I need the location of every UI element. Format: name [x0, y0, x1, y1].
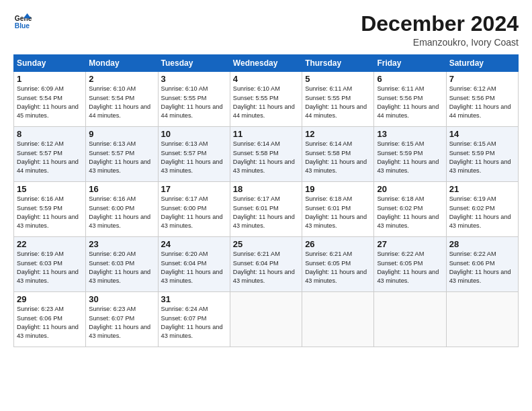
table-row	[446, 292, 518, 347]
day-number: 5	[305, 74, 371, 84]
table-row: 11Sunrise: 6:14 AM Sunset: 5:58 PM Dayli…	[230, 127, 302, 182]
table-row: 27Sunrise: 6:22 AM Sunset: 6:05 PM Dayli…	[374, 237, 446, 292]
logo-icon: General Blue	[13, 12, 32, 31]
day-number: 14	[449, 129, 515, 139]
header-monday: Monday	[86, 55, 158, 72]
table-row: 13Sunrise: 6:15 AM Sunset: 5:59 PM Dayli…	[374, 127, 446, 182]
table-row: 19Sunrise: 6:18 AM Sunset: 6:01 PM Dayli…	[302, 182, 374, 237]
page-header: General Blue December 2024 Emanzoukro, I…	[13, 12, 519, 48]
table-row: 12Sunrise: 6:14 AM Sunset: 5:58 PM Dayli…	[302, 127, 374, 182]
header-row: Sunday Monday Tuesday Wednesday Thursday…	[14, 55, 519, 72]
table-row: 9Sunrise: 6:13 AM Sunset: 5:57 PM Daylig…	[86, 127, 158, 182]
svg-text:General: General	[15, 15, 32, 22]
table-row: 17Sunrise: 6:17 AM Sunset: 6:00 PM Dayli…	[158, 182, 230, 237]
day-number: 16	[89, 184, 154, 194]
week-row-1: 8Sunrise: 6:12 AM Sunset: 5:57 PM Daylig…	[14, 127, 519, 182]
table-row: 26Sunrise: 6:21 AM Sunset: 6:05 PM Dayli…	[302, 237, 374, 292]
main-title: December 2024	[361, 12, 519, 36]
logo: General Blue	[13, 12, 32, 31]
day-number: 31	[161, 294, 227, 304]
table-row: 4Sunrise: 6:10 AM Sunset: 5:55 PM Daylig…	[230, 72, 302, 127]
day-info: Sunrise: 6:09 AM Sunset: 5:54 PM Dayligh…	[17, 85, 83, 120]
day-number: 4	[233, 74, 299, 84]
table-row: 28Sunrise: 6:22 AM Sunset: 6:06 PM Dayli…	[446, 237, 518, 292]
day-number: 2	[89, 74, 154, 84]
calendar-table: Sunday Monday Tuesday Wednesday Thursday…	[13, 54, 519, 347]
day-info: Sunrise: 6:10 AM Sunset: 5:54 PM Dayligh…	[89, 85, 154, 120]
table-row: 20Sunrise: 6:18 AM Sunset: 6:02 PM Dayli…	[374, 182, 446, 237]
day-number: 1	[17, 74, 83, 84]
header-wednesday: Wednesday	[230, 55, 302, 72]
table-row: 5Sunrise: 6:11 AM Sunset: 5:55 PM Daylig…	[302, 72, 374, 127]
table-row: 1Sunrise: 6:09 AM Sunset: 5:54 PM Daylig…	[14, 72, 86, 127]
day-number: 21	[449, 184, 515, 194]
table-row	[374, 292, 446, 347]
day-info: Sunrise: 6:10 AM Sunset: 5:55 PM Dayligh…	[233, 85, 299, 120]
day-number: 17	[161, 184, 227, 194]
day-number: 26	[305, 239, 371, 249]
day-info: Sunrise: 6:15 AM Sunset: 5:59 PM Dayligh…	[449, 140, 515, 175]
header-tuesday: Tuesday	[158, 55, 230, 72]
day-number: 19	[305, 184, 371, 194]
day-number: 15	[17, 184, 83, 194]
day-info: Sunrise: 6:12 AM Sunset: 5:57 PM Dayligh…	[17, 140, 83, 175]
day-info: Sunrise: 6:13 AM Sunset: 5:57 PM Dayligh…	[161, 140, 227, 175]
svg-text:Blue: Blue	[15, 22, 30, 30]
day-info: Sunrise: 6:16 AM Sunset: 6:00 PM Dayligh…	[89, 195, 154, 230]
header-sunday: Sunday	[14, 55, 86, 72]
day-number: 9	[89, 129, 154, 139]
table-row	[302, 292, 374, 347]
week-row-0: 1Sunrise: 6:09 AM Sunset: 5:54 PM Daylig…	[14, 72, 519, 127]
table-row: 6Sunrise: 6:11 AM Sunset: 5:56 PM Daylig…	[374, 72, 446, 127]
day-info: Sunrise: 6:20 AM Sunset: 6:03 PM Dayligh…	[89, 250, 154, 285]
day-info: Sunrise: 6:17 AM Sunset: 6:00 PM Dayligh…	[161, 195, 227, 230]
day-number: 22	[17, 239, 83, 249]
week-row-3: 22Sunrise: 6:19 AM Sunset: 6:03 PM Dayli…	[14, 237, 519, 292]
table-row: 3Sunrise: 6:10 AM Sunset: 5:55 PM Daylig…	[158, 72, 230, 127]
table-row: 21Sunrise: 6:19 AM Sunset: 6:02 PM Dayli…	[446, 182, 518, 237]
day-info: Sunrise: 6:23 AM Sunset: 6:07 PM Dayligh…	[89, 305, 154, 340]
table-row: 29Sunrise: 6:23 AM Sunset: 6:06 PM Dayli…	[14, 292, 86, 347]
day-info: Sunrise: 6:21 AM Sunset: 6:04 PM Dayligh…	[233, 250, 299, 285]
table-row: 18Sunrise: 6:17 AM Sunset: 6:01 PM Dayli…	[230, 182, 302, 237]
day-info: Sunrise: 6:18 AM Sunset: 6:02 PM Dayligh…	[377, 195, 443, 230]
header-friday: Friday	[374, 55, 446, 72]
day-number: 20	[377, 184, 443, 194]
table-row: 14Sunrise: 6:15 AM Sunset: 5:59 PM Dayli…	[446, 127, 518, 182]
day-info: Sunrise: 6:16 AM Sunset: 5:59 PM Dayligh…	[17, 195, 83, 230]
table-row: 22Sunrise: 6:19 AM Sunset: 6:03 PM Dayli…	[14, 237, 86, 292]
day-info: Sunrise: 6:12 AM Sunset: 5:56 PM Dayligh…	[449, 85, 515, 120]
table-row	[230, 292, 302, 347]
day-number: 30	[89, 294, 154, 304]
table-row: 23Sunrise: 6:20 AM Sunset: 6:03 PM Dayli…	[86, 237, 158, 292]
day-number: 12	[305, 129, 371, 139]
day-number: 25	[233, 239, 299, 249]
table-row: 30Sunrise: 6:23 AM Sunset: 6:07 PM Dayli…	[86, 292, 158, 347]
day-info: Sunrise: 6:11 AM Sunset: 5:55 PM Dayligh…	[305, 85, 371, 120]
calendar-page: General Blue December 2024 Emanzoukro, I…	[0, 0, 532, 411]
day-number: 11	[233, 129, 299, 139]
day-info: Sunrise: 6:22 AM Sunset: 6:05 PM Dayligh…	[377, 250, 443, 285]
day-number: 3	[161, 74, 227, 84]
table-row: 31Sunrise: 6:24 AM Sunset: 6:07 PM Dayli…	[158, 292, 230, 347]
day-info: Sunrise: 6:22 AM Sunset: 6:06 PM Dayligh…	[449, 250, 515, 285]
subtitle: Emanzoukro, Ivory Coast	[361, 37, 519, 48]
day-info: Sunrise: 6:17 AM Sunset: 6:01 PM Dayligh…	[233, 195, 299, 230]
table-row: 10Sunrise: 6:13 AM Sunset: 5:57 PM Dayli…	[158, 127, 230, 182]
day-info: Sunrise: 6:14 AM Sunset: 5:58 PM Dayligh…	[233, 140, 299, 175]
day-info: Sunrise: 6:20 AM Sunset: 6:04 PM Dayligh…	[161, 250, 227, 285]
day-info: Sunrise: 6:11 AM Sunset: 5:56 PM Dayligh…	[377, 85, 443, 120]
day-number: 29	[17, 294, 83, 304]
day-info: Sunrise: 6:23 AM Sunset: 6:06 PM Dayligh…	[17, 305, 83, 340]
day-number: 24	[161, 239, 227, 249]
day-number: 23	[89, 239, 154, 249]
week-row-2: 15Sunrise: 6:16 AM Sunset: 5:59 PM Dayli…	[14, 182, 519, 237]
day-info: Sunrise: 6:21 AM Sunset: 6:05 PM Dayligh…	[305, 250, 371, 285]
header-saturday: Saturday	[446, 55, 518, 72]
day-info: Sunrise: 6:15 AM Sunset: 5:59 PM Dayligh…	[377, 140, 443, 175]
day-info: Sunrise: 6:24 AM Sunset: 6:07 PM Dayligh…	[161, 305, 227, 340]
table-row: 15Sunrise: 6:16 AM Sunset: 5:59 PM Dayli…	[14, 182, 86, 237]
table-row: 7Sunrise: 6:12 AM Sunset: 5:56 PM Daylig…	[446, 72, 518, 127]
day-number: 27	[377, 239, 443, 249]
day-number: 8	[17, 129, 83, 139]
